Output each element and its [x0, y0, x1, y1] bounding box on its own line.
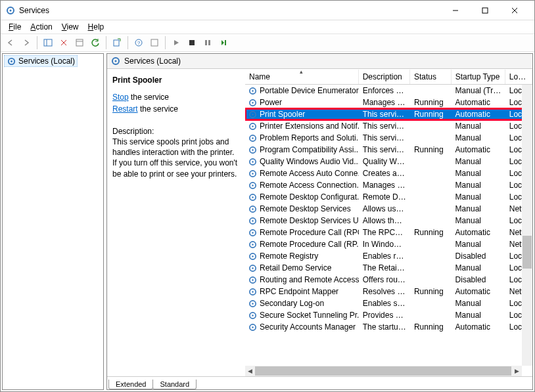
- title-bar: Services: [1, 1, 534, 20]
- pause-service-button[interactable]: [200, 35, 215, 50]
- column-status[interactable]: Status: [410, 70, 452, 84]
- table-row[interactable]: Remote Procedure Call (RPC)The RPCSS ...…: [245, 227, 532, 238]
- refresh-button[interactable]: [88, 35, 103, 50]
- service-icon: [248, 133, 257, 142]
- restart-link[interactable]: Restart: [112, 104, 138, 114]
- table-row[interactable]: Remote RegistryEnables rem...DisabledLoc…: [245, 250, 532, 262]
- table-row[interactable]: Print SpoolerThis service ...RunningAuto…: [245, 108, 532, 120]
- scrollbar-thumb[interactable]: [523, 236, 532, 269]
- table-row[interactable]: Printer Extensions and Notif...This serv…: [245, 120, 532, 132]
- menu-action[interactable]: Action: [26, 22, 56, 32]
- show-hide-tree-button[interactable]: [41, 35, 55, 50]
- vertical-scrollbar[interactable]: [522, 85, 532, 366]
- service-status: Running: [410, 110, 452, 119]
- service-icon: [248, 322, 257, 332]
- table-row[interactable]: Secure Socket Tunneling Pr...Provides su…: [245, 309, 532, 321]
- service-description: Resolves RP...: [359, 287, 410, 296]
- table-row[interactable]: Remote Desktop Services U...Allows the r…: [245, 215, 532, 227]
- toolbar-separator: [128, 36, 128, 49]
- service-startup: Manual: [452, 157, 505, 166]
- service-icon: [248, 181, 257, 190]
- detail-title: Print Spooler: [112, 76, 239, 85]
- svg-point-65: [252, 326, 253, 328]
- forward-button[interactable]: [19, 35, 34, 50]
- svg-point-49: [252, 232, 253, 233]
- table-row[interactable]: Secondary Log-onEnables star...ManualLoc…: [245, 297, 532, 309]
- table-row[interactable]: Program Compatibility Assi...This servic…: [245, 144, 532, 156]
- column-name[interactable]: ▴Name: [245, 70, 359, 84]
- scrollbar-thumb[interactable]: [255, 366, 511, 376]
- service-name: Program Compatibility Assi...: [260, 145, 359, 154]
- svg-point-37: [252, 161, 253, 162]
- svg-point-51: [252, 244, 253, 245]
- service-description: Enables star...: [359, 299, 410, 308]
- menu-help[interactable]: Help: [84, 22, 108, 32]
- table-row[interactable]: Problem Reports and Soluti...This servic…: [245, 132, 532, 144]
- stop-service-button[interactable]: [185, 35, 199, 50]
- service-icon: [248, 311, 257, 320]
- menu-view[interactable]: View: [58, 22, 83, 32]
- minimize-button[interactable]: [440, 1, 470, 20]
- service-description: Enables rem...: [359, 251, 410, 261]
- service-icon: [248, 145, 257, 154]
- table-row[interactable]: Portable Device Enumerator...Enforces gr…: [245, 85, 532, 97]
- svg-point-41: [252, 185, 253, 186]
- service-name: Secondary Log-on: [260, 299, 324, 308]
- service-name: Printer Extensions and Notif...: [260, 121, 359, 131]
- help-button[interactable]: ?: [131, 35, 146, 50]
- maximize-button[interactable]: [470, 1, 500, 20]
- scroll-left-icon[interactable]: ◀: [245, 368, 255, 374]
- svg-point-33: [252, 137, 253, 139]
- svg-point-53: [252, 255, 253, 257]
- service-name: Remote Registry: [260, 251, 318, 261]
- table-row[interactable]: Remote Desktop ServicesAllows user...Man…: [245, 203, 532, 215]
- scroll-right-icon[interactable]: ▶: [512, 368, 522, 374]
- table-row[interactable]: PowerManages p...RunningAutomaticLocal: [245, 97, 532, 108]
- tab-standard[interactable]: Standard: [152, 380, 197, 389]
- menu-file[interactable]: File: [5, 22, 25, 32]
- column-logon[interactable]: Log O: [505, 70, 532, 84]
- column-description[interactable]: Description: [359, 70, 410, 84]
- table-row[interactable]: Remote Desktop Configurat...Remote Des..…: [245, 191, 532, 203]
- action-button[interactable]: [147, 35, 162, 50]
- service-description: Enforces gr...: [359, 86, 410, 95]
- table-row[interactable]: Retail Demo ServiceThe Retail D...Manual…: [245, 262, 532, 274]
- tree-item-services-local[interactable]: Services (Local): [4, 55, 78, 67]
- service-startup: Automatic: [452, 110, 505, 119]
- svg-rect-10: [76, 39, 83, 46]
- properties-button[interactable]: [72, 35, 87, 50]
- tab-extended[interactable]: Extended: [108, 380, 153, 389]
- close-button[interactable]: [500, 1, 529, 20]
- service-description: The RPCSS ...: [359, 228, 410, 237]
- app-icon: [6, 6, 15, 15]
- start-service-button[interactable]: [169, 35, 183, 50]
- back-button[interactable]: [3, 35, 18, 50]
- service-startup: Manual: [452, 121, 505, 131]
- service-description: This service ...: [359, 110, 410, 119]
- restart-service-button[interactable]: [216, 35, 231, 50]
- service-description: Allows the r...: [359, 216, 410, 225]
- svg-point-43: [252, 196, 253, 198]
- svg-rect-16: [189, 40, 195, 45]
- horizontal-scrollbar[interactable]: ◀ ▶: [245, 366, 522, 376]
- table-row[interactable]: Remote Access Auto Conne...Creates a co.…: [245, 167, 532, 179]
- export-button[interactable]: [110, 35, 124, 50]
- column-headers: ▴Name Description Status Startup Type Lo…: [245, 69, 532, 85]
- service-startup: Manual (Trig...: [452, 86, 505, 95]
- stop-link[interactable]: Stop: [112, 93, 129, 102]
- services-icon: [111, 56, 120, 66]
- column-startup-type[interactable]: Startup Type: [452, 70, 505, 84]
- table-row[interactable]: Remote Procedure Call (RP...In Windows..…: [245, 238, 532, 250]
- service-description: Quality Win...: [359, 157, 410, 166]
- service-description: Remote Des...: [359, 192, 410, 202]
- service-status: Running: [410, 145, 452, 154]
- table-row[interactable]: Security Accounts ManagerThe startup ...…: [245, 321, 532, 333]
- service-icon: [248, 86, 257, 95]
- table-row[interactable]: RPC Endpoint MapperResolves RP...Running…: [245, 286, 532, 297]
- service-startup: Automatic: [452, 322, 505, 332]
- table-row[interactable]: Quality Windows Audio Vid...Quality Win.…: [245, 156, 532, 167]
- delete-button[interactable]: [57, 35, 71, 50]
- table-row[interactable]: Remote Access Connection...Manages di...…: [245, 179, 532, 191]
- table-row[interactable]: Routing and Remote AccessOffers routi...…: [245, 274, 532, 286]
- view-tabs: Extended Standard: [107, 376, 532, 389]
